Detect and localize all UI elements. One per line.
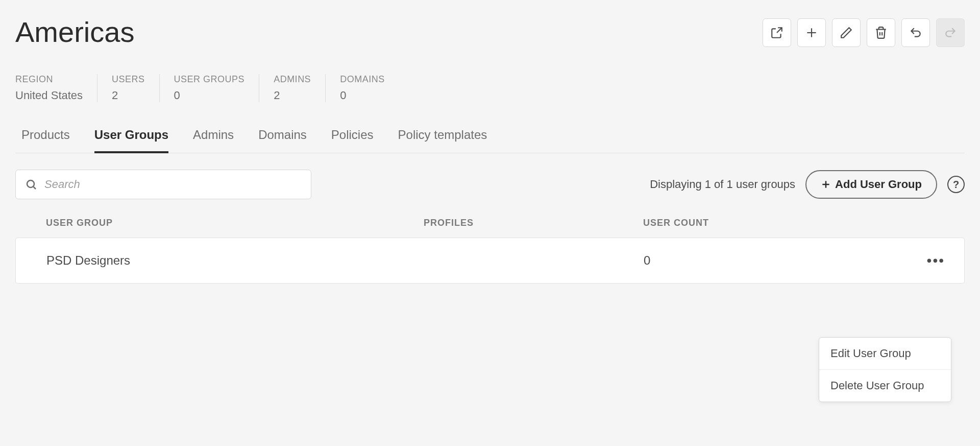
search-box[interactable] (15, 170, 311, 199)
stat-label: REGION (15, 74, 83, 85)
redo-button (936, 18, 965, 47)
tab-products[interactable]: Products (21, 128, 70, 153)
column-user-count: USER COUNT (643, 218, 745, 228)
stat-label: USER GROUPS (174, 74, 245, 85)
dropdown-edit-user-group[interactable]: Edit User Group (819, 338, 951, 370)
stat-value: 0 (174, 89, 245, 102)
stat-user-groups: USER GROUPS 0 (174, 74, 260, 102)
stat-label: USERS (112, 74, 145, 85)
pencil-icon (840, 26, 853, 39)
tabs: Products User Groups Admins Domains Poli… (15, 128, 965, 153)
plus-icon (805, 26, 818, 39)
table-header: USER GROUP PROFILES USER COUNT (15, 218, 965, 238)
tab-admins[interactable]: Admins (193, 128, 234, 153)
stat-value: 0 (340, 89, 385, 102)
trash-icon (874, 26, 888, 39)
table-row[interactable]: PSD Designers 0 ••• (15, 238, 965, 284)
search-icon (25, 178, 37, 191)
toolbar (763, 18, 965, 47)
search-input[interactable] (44, 178, 302, 191)
svg-line-3 (34, 187, 36, 189)
stat-value: 2 (112, 89, 145, 102)
stat-label: ADMINS (274, 74, 311, 85)
add-user-group-button[interactable]: Add User Group (805, 170, 937, 199)
page-title: Americas (15, 15, 134, 49)
svg-point-2 (27, 180, 34, 187)
stats-bar: REGION United States USERS 2 USER GROUPS… (15, 74, 965, 102)
export-icon (770, 26, 783, 39)
stat-users: USERS 2 (112, 74, 160, 102)
undo-icon (909, 26, 922, 39)
tab-domains[interactable]: Domains (258, 128, 307, 153)
row-actions-dropdown: Edit User Group Delete User Group (819, 337, 951, 402)
stat-value: 2 (274, 89, 311, 102)
tab-policy-templates[interactable]: Policy templates (398, 128, 487, 153)
redo-icon (944, 26, 957, 39)
column-profiles: PROFILES (424, 218, 643, 228)
add-button[interactable] (797, 18, 826, 47)
column-user-group: USER GROUP (46, 218, 424, 228)
result-count-text: Displaying 1 of 1 user groups (650, 178, 795, 191)
undo-button[interactable] (901, 18, 930, 47)
tab-user-groups[interactable]: User Groups (94, 128, 168, 153)
tab-policies[interactable]: Policies (331, 128, 374, 153)
stat-value: United States (15, 89, 83, 102)
stat-label: DOMAINS (340, 74, 385, 85)
export-button[interactable] (763, 18, 791, 47)
help-button[interactable]: ? (947, 176, 965, 193)
plus-icon (821, 179, 831, 190)
dropdown-delete-user-group[interactable]: Delete User Group (819, 370, 951, 402)
delete-button[interactable] (867, 18, 895, 47)
cell-name: PSD Designers (46, 253, 424, 268)
edit-button[interactable] (832, 18, 861, 47)
more-actions-button[interactable]: ••• (923, 250, 949, 271)
user-groups-table: USER GROUP PROFILES USER COUNT PSD Desig… (15, 218, 965, 284)
cell-count: 0 (644, 253, 746, 268)
stat-region: REGION United States (15, 74, 97, 102)
stat-domains: DOMAINS 0 (340, 74, 399, 102)
add-user-group-label: Add User Group (835, 178, 922, 191)
stat-admins: ADMINS 2 (274, 74, 326, 102)
